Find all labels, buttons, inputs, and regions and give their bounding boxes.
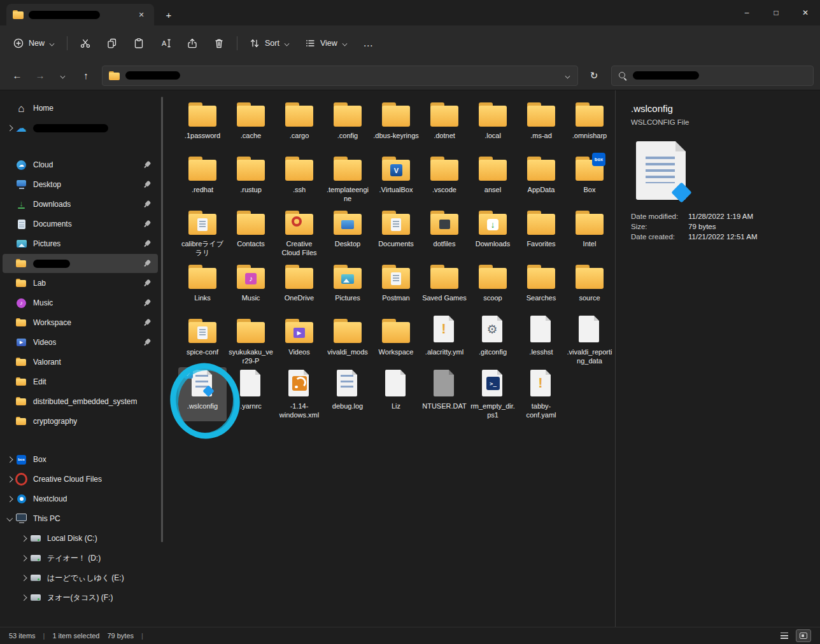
file-tile-videos[interactable]: ✓ ▶ Videos [275, 313, 323, 367]
tab-close-button[interactable]: ✕ [135, 8, 148, 21]
expand-chevron-icon[interactable] [18, 552, 29, 564]
refresh-button[interactable]: ↻ [583, 66, 605, 86]
file-tile-favorites[interactable]: ✓ Favorites [517, 205, 565, 259]
details-view-button[interactable] [777, 629, 792, 642]
paste-button[interactable] [126, 32, 152, 54]
sidebar-item-box[interactable]: Box [3, 450, 158, 469]
new-button[interactable]: New [6, 32, 62, 54]
sidebar-item-home[interactable]: Home [3, 99, 158, 118]
back-button[interactable]: ← [6, 66, 28, 86]
file-tile-.vivaldi_reporting_data[interactable]: ✓ .vivaldi_reporting_data [565, 313, 614, 367]
delete-button[interactable] [206, 32, 232, 54]
sidebar-item-pictures[interactable]: Pictures [3, 234, 158, 253]
file-tile-dotfiles[interactable]: ✓ dotfiles [420, 205, 469, 259]
file-tile-.1password[interactable]: ✓ .1password [178, 97, 227, 151]
file-tile-vivaldi_mods[interactable]: ✓ vivaldi_mods [323, 313, 372, 367]
file-tile-.vscode[interactable]: ✓ .vscode [420, 151, 469, 205]
file-tile-.cache[interactable]: ✓ .cache [227, 97, 275, 151]
selection-checkbox[interactable]: ✓ [184, 370, 193, 379]
file-tile-liz[interactable]: ✓ Liz [372, 367, 420, 421]
file-tile-pictures[interactable]: ✓ Pictures [323, 259, 372, 313]
file-tile-appdata[interactable]: ✓ AppData [517, 151, 565, 205]
file-tile-.yarnrc[interactable]: ✓ .yarnrc [227, 367, 275, 421]
file-tile-downloads[interactable]: ✓ ↓ Downloads [469, 205, 517, 259]
sidebar-item-valorant[interactable]: Valorant [3, 353, 158, 372]
expand-chevron-icon[interactable] [4, 454, 15, 465]
sidebar-item-downloads[interactable]: Downloads [3, 195, 158, 214]
sidebar-item-edit[interactable]: Edit [3, 372, 158, 391]
file-tile-.wslconfig[interactable]: ✓ .wslconfig [178, 367, 227, 421]
minimize-button[interactable]: – [732, 0, 761, 25]
sidebar-item-local-disk-c[interactable]: Local Disk (C:) [17, 529, 158, 548]
forward-button[interactable]: → [29, 66, 51, 86]
file-tile-.local[interactable]: ✓ .local [469, 97, 517, 151]
expand-chevron-icon[interactable] [18, 533, 29, 544]
file-tile-postman[interactable]: ✓ Postman [372, 259, 420, 313]
expand-chevron-icon[interactable] [4, 473, 15, 485]
sidebar-item-user-redacted[interactable] [3, 118, 158, 137]
file-tile-workspace[interactable]: ✓ Workspace [372, 313, 420, 367]
file-tile-.alacritty.yml[interactable]: ✓ ! .alacritty.yml [420, 313, 469, 367]
file-tile-documents[interactable]: ✓ Documents [372, 205, 420, 259]
expand-chevron-icon[interactable] [18, 572, 29, 584]
file-tile-creative-cloud-files[interactable]: ✓ Creative Cloud Files [275, 205, 323, 259]
file-tile-ansel[interactable]: ✓ ansel [469, 151, 517, 205]
sidebar-item-videos[interactable]: Videos [3, 333, 158, 352]
file-tile--1.14-windows.xml[interactable]: ✓ -1.14-windows.xml [275, 367, 323, 421]
sidebar-scrollbar[interactable] [161, 97, 163, 542]
search-box[interactable] [611, 66, 814, 86]
sidebar-item-workspace[interactable]: Workspace [3, 313, 158, 332]
recent-locations-button[interactable] [52, 66, 74, 86]
sidebar-item-drive-f[interactable]: ヌオー(タコス) (F:) [17, 588, 158, 607]
file-tile-onedrive[interactable]: ✓ OneDrive [275, 259, 323, 313]
sidebar-item-distributed-embedded-system[interactable]: distributed_embedded_system [3, 392, 158, 411]
close-button[interactable]: ✕ [791, 0, 820, 25]
sidebar-item-cloud[interactable]: Cloud [3, 155, 158, 174]
expand-chevron-icon[interactable] [18, 592, 29, 603]
up-button[interactable]: ↑ [75, 66, 97, 86]
file-tile-.gitconfig[interactable]: ✓ ⚙ .gitconfig [469, 313, 517, 367]
sidebar-item-desktop[interactable]: Desktop [3, 175, 158, 194]
expand-chevron-icon[interactable] [4, 513, 15, 524]
new-tab-button[interactable]: + [159, 5, 178, 24]
file-tile-.templateengine[interactable]: ✓ .templateengine [323, 151, 372, 205]
file-tile-intel[interactable]: ✓ Intel [565, 205, 614, 259]
file-tile-.lesshst[interactable]: ✓ .lesshst [517, 313, 565, 367]
sort-button[interactable]: Sort [243, 32, 297, 54]
sidebar-item-documents[interactable]: Documents [3, 214, 158, 234]
file-tile-scoop[interactable]: ✓ scoop [469, 259, 517, 313]
file-tile-.dotnet[interactable]: ✓ .dotnet [420, 97, 469, 151]
file-tile-.dbus-keyrings[interactable]: ✓ .dbus-keyrings [372, 97, 420, 151]
file-tile-rm_empty_dir.ps1[interactable]: ✓ >_ rm_empty_dir.ps1 [469, 367, 517, 421]
file-tile-music[interactable]: ✓ ♪ Music [227, 259, 275, 313]
file-tile-.omnisharp[interactable]: ✓ .omnisharp [565, 97, 614, 151]
file-tile-contacts[interactable]: ✓ Contacts [227, 205, 275, 259]
file-tile-.redhat[interactable]: ✓ .redhat [178, 151, 227, 205]
file-tile-syukukaku_ver29-p[interactable]: ✓ syukukaku_ver29-P [227, 313, 275, 367]
sidebar-item-this-pc[interactable]: This PC [3, 509, 158, 528]
file-tile-box[interactable]: ✓ box Box [565, 151, 614, 205]
share-button[interactable] [180, 32, 205, 54]
sidebar-item-creative-cloud-files[interactable]: Creative Cloud Files [3, 470, 158, 489]
large-icons-view-button[interactable] [796, 629, 811, 642]
expand-chevron-icon[interactable] [4, 122, 15, 134]
maximize-button[interactable]: □ [761, 0, 791, 25]
address-bar[interactable] [102, 66, 578, 86]
file-tile-links[interactable]: ✓ Links [178, 259, 227, 313]
file-tile-.cargo[interactable]: ✓ .cargo [275, 97, 323, 151]
explorer-tab[interactable]: ✕ [6, 4, 154, 25]
file-tile-spice-conf[interactable]: ✓ spice-conf [178, 313, 227, 367]
more-options-button[interactable]: … [356, 32, 381, 54]
file-tile-searches[interactable]: ✓ Searches [517, 259, 565, 313]
sidebar-item-drive-d[interactable]: テイオー！ (D:) [17, 549, 158, 568]
sidebar-item-music[interactable]: Music [3, 293, 158, 312]
sidebar-item-drive-e[interactable]: はーどでぃしゆく (E:) [17, 568, 158, 587]
file-tile-source[interactable]: ✓ source [565, 259, 614, 313]
file-tile-saved-games[interactable]: ✓ Saved Games [420, 259, 469, 313]
file-tile-.rustup[interactable]: ✓ .rustup [227, 151, 275, 205]
sidebar-item-nextcloud[interactable]: Nextcloud [3, 489, 158, 508]
file-tile-tabby-conf.yaml[interactable]: ✓ ! tabby-conf.yaml [517, 367, 565, 421]
file-tile-ntuser.dat[interactable]: ✓ NTUSER.DAT [420, 367, 469, 421]
file-tile-.virtualbox[interactable]: ✓ V .VirtualBox [372, 151, 420, 205]
address-dropdown-chevron-icon[interactable] [565, 73, 571, 78]
